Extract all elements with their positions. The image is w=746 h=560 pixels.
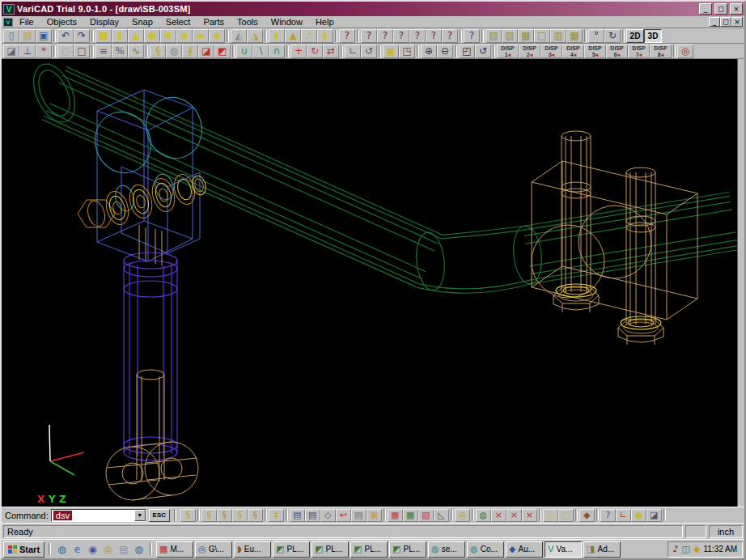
network-icon[interactable]: ◫	[682, 544, 690, 554]
launch-globe-icon[interactable]: ◍	[132, 542, 146, 556]
channels-icon[interactable]: ◉	[86, 542, 100, 556]
view-left-icon[interactable]: □	[534, 29, 550, 43]
task-button-ad[interactable]: ◨Ad...	[583, 541, 621, 558]
restore-button[interactable]: ◻	[714, 3, 727, 15]
axis-point-icon[interactable]: ⊥	[19, 45, 36, 58]
disp-3-button[interactable]: DISP3◂	[540, 45, 562, 58]
command-input[interactable]: dsv ▼	[51, 509, 146, 522]
disp-4-button[interactable]: DISP4◂	[562, 45, 584, 58]
zoom-back-icon[interactable]: ↺	[475, 45, 491, 58]
task-button-eu[interactable]: ◗Eu...	[234, 541, 271, 558]
solid-revolve-icon[interactable]: ◭	[231, 29, 247, 43]
path-move-icon[interactable]: ∟	[345, 45, 361, 58]
cut-solid-icon[interactable]: ◪	[198, 45, 214, 58]
match-props-icon[interactable]: %	[112, 45, 128, 58]
uclamp-wireframe[interactable]	[532, 131, 697, 345]
z-profile-icon[interactable]: Z	[301, 29, 317, 43]
solid-cone-icon[interactable]: ▲	[128, 29, 144, 43]
mesh-sphere-icon[interactable]: ◍	[166, 45, 182, 58]
view-query-icon[interactable]: ?	[600, 509, 616, 522]
solid-cylinder-icon[interactable]: ▮	[112, 29, 128, 43]
task-button-g[interactable]: ◎G\...	[195, 541, 232, 558]
disp-8-button[interactable]: DISP8◂	[650, 45, 672, 58]
volume-info-icon[interactable]: ?	[426, 29, 442, 43]
solid-elbow-icon[interactable]: ◆	[209, 29, 225, 43]
table-copy-icon[interactable]: ▧	[418, 509, 434, 522]
distance-info-icon[interactable]: ?	[377, 29, 393, 43]
menu-item-parts[interactable]: Parts	[197, 16, 231, 28]
zoom-all-icon[interactable]: ◎	[677, 45, 693, 58]
undo-icon[interactable]: ↶	[57, 29, 74, 43]
move-solid-icon[interactable]: +	[290, 45, 307, 58]
thread-icon[interactable]: ∮	[182, 45, 198, 58]
table-red-icon[interactable]: ▦	[388, 509, 403, 522]
internet-globe-icon[interactable]: ◍	[55, 542, 69, 556]
axonometry-icon[interactable]: ◇	[320, 509, 336, 522]
volume-icon[interactable]: ♪	[673, 544, 679, 554]
disp-5-button[interactable]: DISP5◂	[584, 45, 606, 58]
save-file-icon[interactable]: ▣	[36, 29, 52, 43]
doc-restore-button[interactable]: ◻	[720, 17, 731, 27]
menu-item-snap[interactable]: Snap	[125, 16, 159, 28]
assembly-info-icon[interactable]: ?	[464, 29, 480, 43]
solid-sphere-icon[interactable]: ●	[144, 29, 160, 43]
print-3d-icon[interactable]: ▤	[305, 509, 320, 522]
clamp-wireframe[interactable]	[97, 90, 200, 261]
screw-star-icon[interactable]: §	[217, 509, 232, 522]
table-green-icon[interactable]: ▦	[403, 509, 418, 522]
view-back-icon[interactable]: ▦	[566, 29, 583, 43]
solid-info-icon[interactable]: ?	[442, 29, 458, 43]
mirror-solid-icon[interactable]: ⇄	[323, 45, 339, 58]
angle-info-icon[interactable]: ?	[393, 29, 409, 43]
hatch-icon[interactable]: ∿	[128, 45, 144, 58]
disp-6-button[interactable]: DISP6◂	[606, 45, 628, 58]
path-rotate-icon[interactable]: ↺	[361, 45, 377, 58]
solid-plate-icon[interactable]: ▬	[193, 29, 209, 43]
library-icon[interactable]: ▣	[367, 509, 382, 522]
redo-icon[interactable]: ↷	[74, 29, 90, 43]
menu-item-tools[interactable]: Tools	[231, 16, 265, 28]
view-top-icon[interactable]: ▩	[518, 29, 534, 43]
task-button-pl[interactable]: ◩PL...	[389, 541, 426, 558]
modify-solid-icon[interactable]: ◪	[3, 45, 19, 58]
close-button[interactable]: ×	[730, 3, 743, 15]
bool-intersect-icon[interactable]: ∩	[269, 45, 285, 58]
point-info-icon[interactable]: ?	[361, 29, 377, 43]
pointer-snap-icon[interactable]: ◺	[434, 509, 449, 522]
bend-pipe-icon[interactable]: ◗	[317, 29, 333, 43]
wireframe-canvas[interactable]: X Y Z	[2, 59, 740, 507]
doc-close-button[interactable]: ×	[731, 17, 743, 27]
axes-3d-icon[interactable]: ∟	[616, 509, 631, 522]
minimize-button[interactable]: _	[699, 3, 712, 15]
paste-part-icon[interactable]: ◫	[558, 509, 574, 522]
menu-item-select[interactable]: Select	[159, 16, 197, 28]
screw-icon[interactable]: §	[150, 45, 166, 58]
menu-item-file[interactable]: File	[13, 16, 40, 28]
menu-item-help[interactable]: Help	[309, 16, 341, 28]
bit-thread-icon[interactable]: ◎	[455, 509, 470, 522]
security-key-icon[interactable]: ◆	[693, 544, 700, 554]
select-globe-icon[interactable]: ◍	[476, 509, 491, 522]
task-button-pl[interactable]: ◩PL...	[312, 541, 349, 558]
task-button-va[interactable]: VVa...	[545, 541, 582, 558]
wire-box-icon[interactable]: □	[74, 45, 90, 58]
attr-print-icon[interactable]: ▤	[351, 509, 367, 522]
screw-insert-icon[interactable]: §	[180, 509, 196, 522]
pyramid-icon[interactable]: ▲	[285, 29, 301, 43]
solid-box-hole-icon[interactable]: ▣	[160, 29, 176, 43]
task-button-pl[interactable]: ◩PL...	[350, 541, 388, 558]
drawing-area[interactable]: X Y Z	[2, 59, 744, 507]
delete-group-icon[interactable]: ×	[522, 509, 537, 522]
rod-wireframe[interactable]	[124, 252, 177, 460]
start-button[interactable]: Start	[3, 541, 45, 558]
explode-icon[interactable]: *	[36, 45, 52, 58]
insert-block-icon[interactable]: ◆	[579, 509, 595, 522]
delete-part-icon[interactable]: ×	[507, 509, 522, 522]
bolt-connection-icon[interactable]: ‡	[269, 509, 284, 522]
solid-loft-icon[interactable]: ◮	[247, 29, 263, 43]
view-right-icon[interactable]: ▥	[550, 29, 566, 43]
task-button-m[interactable]: ▦M...	[156, 541, 193, 558]
screw-minus-icon[interactable]: §	[248, 509, 263, 522]
disp-2-button[interactable]: DISP2◂	[519, 45, 540, 58]
menu-item-window[interactable]: Window	[265, 16, 309, 28]
